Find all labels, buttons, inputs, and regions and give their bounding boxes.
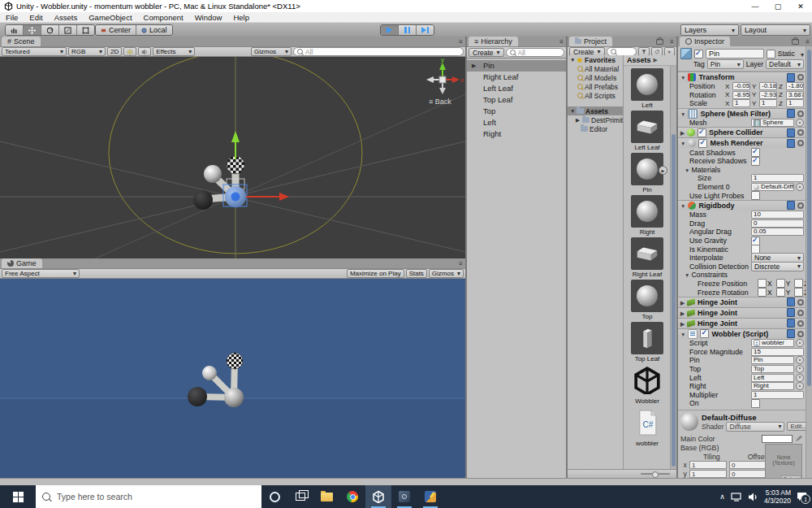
angular-drag-field[interactable]: 0.05 xyxy=(751,228,804,236)
static-checkbox[interactable] xyxy=(767,50,775,59)
folder-destprimitives[interactable]: ▶DestPrimiti xyxy=(568,115,623,124)
help-icon[interactable] xyxy=(787,109,795,118)
asset-breadcrumb[interactable]: Assets▶ xyxy=(624,55,676,66)
asset-wobbler-scene[interactable]: Wobbler xyxy=(631,364,663,405)
assets-root-folder[interactable]: ▼Assets xyxy=(568,106,623,115)
object-picker-icon[interactable] xyxy=(796,356,804,364)
enabled-checkbox[interactable] xyxy=(700,329,709,338)
scale-y-field[interactable]: 1 xyxy=(759,99,777,107)
multiplier-field[interactable]: 1 xyxy=(751,391,804,399)
materials-foldout[interactable]: Materials xyxy=(678,166,806,175)
shader-dropdown[interactable]: Diffuse xyxy=(726,422,784,432)
wobbler-script-header[interactable]: Wobbler (Script) xyxy=(678,328,806,339)
tab-hierarchy[interactable]: ≡Hierarchy xyxy=(469,37,518,46)
panel-menu-icon[interactable]: ≡ xyxy=(806,38,810,46)
asset-right-leaf[interactable]: Right Leaf xyxy=(631,237,663,278)
stats-button[interactable]: Stats xyxy=(406,269,427,278)
material-element-field[interactable]: Default-Diffuse xyxy=(751,183,794,191)
layout-dropdown[interactable]: Layout xyxy=(741,24,810,36)
help-icon[interactable] xyxy=(787,308,795,317)
asset-top[interactable]: Top xyxy=(631,280,663,320)
object-picker-icon[interactable] xyxy=(796,119,804,127)
tiling-y-field[interactable]: 1 xyxy=(689,470,727,478)
fold-icon[interactable]: ▶ xyxy=(472,60,476,72)
help-icon[interactable] xyxy=(787,329,795,338)
offset-y-field[interactable]: 0 xyxy=(729,470,767,478)
scale-x-field[interactable]: 1 xyxy=(732,99,750,107)
on-checkbox[interactable] xyxy=(751,399,760,408)
asset-wobbler-script[interactable]: C#wobbler xyxy=(631,406,663,447)
collision-detection-dropdown[interactable]: Discrete xyxy=(751,262,804,271)
tray-chevron-icon[interactable]: ∧ xyxy=(719,493,725,501)
fold-icon[interactable] xyxy=(680,139,685,147)
fold-icon[interactable] xyxy=(680,330,685,338)
close-button[interactable]: ✕ xyxy=(789,0,812,12)
fold-icon[interactable] xyxy=(680,309,685,317)
fold-icon[interactable] xyxy=(680,110,685,118)
gameobject-name-field[interactable]: Pin xyxy=(706,49,764,59)
mesh-field[interactable]: Sphere xyxy=(751,119,794,127)
gear-icon[interactable] xyxy=(797,111,804,117)
taskbar-search[interactable] xyxy=(36,485,261,508)
fold-icon[interactable] xyxy=(680,298,685,306)
asset-scrollbar[interactable] xyxy=(670,66,676,470)
favorites-root[interactable]: ▼★Favorites xyxy=(568,55,623,64)
shader-edit-button[interactable]: Edit... xyxy=(787,422,806,431)
asset-left[interactable]: Left xyxy=(631,68,663,109)
gear-icon[interactable] xyxy=(797,299,804,306)
freeze-pos-y-checkbox[interactable] xyxy=(776,279,785,288)
thumbnail-size-slider[interactable] xyxy=(641,473,670,475)
mass-field[interactable]: 10 xyxy=(751,211,804,219)
help-icon[interactable] xyxy=(787,139,795,148)
rect-tool-icon[interactable] xyxy=(76,25,94,35)
help-icon[interactable] xyxy=(787,73,795,82)
scene-viewport[interactable]: y x ≡ Back xyxy=(0,57,465,260)
light-probes-checkbox[interactable] xyxy=(751,191,760,200)
hierarchy-item[interactable]: Right Leaf xyxy=(467,72,566,83)
file-explorer-button[interactable] xyxy=(313,485,339,508)
object-picker-icon[interactable] xyxy=(796,374,804,382)
scrollbar-thumb[interactable] xyxy=(672,134,676,467)
slider-knob[interactable] xyxy=(652,471,659,478)
minimize-button[interactable]: — xyxy=(744,0,767,12)
mesh-filter-header[interactable]: Sphere (Mesh Filter) xyxy=(678,108,806,119)
hinge-joint-header-3[interactable]: Hinge Joint xyxy=(678,318,806,328)
maximize-on-play-button[interactable]: Maximize on Play xyxy=(347,269,404,278)
panel-menu-icon[interactable]: ≡ xyxy=(459,38,463,46)
menu-gameobject[interactable]: GameObject xyxy=(83,12,137,22)
object-picker-icon[interactable] xyxy=(796,339,804,347)
pin-field[interactable]: Pin xyxy=(751,356,794,364)
rotation-x-field[interactable]: -8.951 xyxy=(732,91,750,99)
fold-icon[interactable] xyxy=(680,319,685,328)
hierarchy-item[interactable]: Top Leaf xyxy=(467,94,566,106)
position-z-field[interactable]: -1.802 xyxy=(786,82,804,90)
scale-z-field[interactable]: 1 xyxy=(786,99,804,107)
freeze-rot-x-checkbox[interactable] xyxy=(758,288,767,297)
scene-lighting-icon[interactable] xyxy=(123,47,136,56)
prefab-expand-icon[interactable]: ▶ xyxy=(659,166,667,175)
force-magnitude-field[interactable]: 15 xyxy=(751,348,804,356)
position-x-field[interactable]: -0.053 xyxy=(732,82,750,90)
taskbar-app1-button[interactable] xyxy=(391,485,417,508)
inspector-scrollbar[interactable] xyxy=(806,46,812,478)
taskbar-clock[interactable]: 5:03 AM4/3/2020 xyxy=(764,488,791,505)
rotation-y-field[interactable]: -2.936 xyxy=(759,91,777,99)
transform-header[interactable]: Transform xyxy=(678,72,806,82)
scrollbar-thumb[interactable] xyxy=(807,50,811,386)
menu-edit[interactable]: Edit xyxy=(24,12,48,22)
2d-toggle-button[interactable]: 2D xyxy=(107,47,122,56)
start-button[interactable] xyxy=(0,485,36,508)
favorite-all-materials[interactable]: All Material xyxy=(568,64,623,73)
asset-right[interactable]: Right xyxy=(631,195,663,236)
position-y-field[interactable]: -0.181 xyxy=(759,82,777,90)
hierarchy-create-button[interactable]: Create xyxy=(469,48,504,57)
maximize-button[interactable]: ▢ xyxy=(767,0,789,12)
help-icon[interactable] xyxy=(787,297,795,306)
receive-shadows-checkbox[interactable] xyxy=(751,157,760,166)
task-view-button[interactable] xyxy=(287,485,313,508)
taskbar-search-input[interactable] xyxy=(55,491,255,502)
effects-dropdown[interactable]: Effects xyxy=(153,47,195,56)
scene-gizmos-dropdown[interactable]: Gizmos xyxy=(251,47,292,56)
help-icon[interactable] xyxy=(787,319,795,328)
drag-field[interactable]: 0 xyxy=(751,219,804,228)
